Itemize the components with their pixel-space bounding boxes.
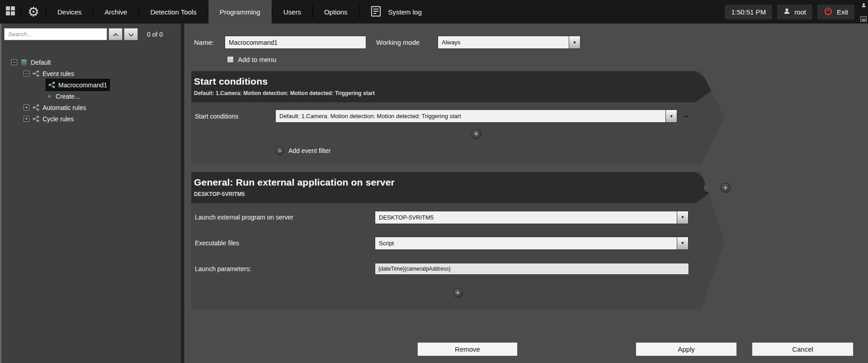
start-condition-row: Start conditions Default: 1.Camera: Moti… [195,110,725,123]
corner-icons [860,0,867,24]
add-icon: + [46,92,52,100]
add-event-filter-label: Add event filter [288,147,330,154]
power-icon [824,7,833,17]
minus-icon: − [684,111,689,121]
launch-parameters-input[interactable] [375,263,689,275]
settings-button[interactable]: ⚙ [21,0,46,24]
tab-detection-tools[interactable]: Detection Tools [139,0,208,24]
name-row: Name: Working mode Always ▼ [191,36,868,49]
add-sub-action-button[interactable]: + [453,288,463,298]
plus-icon: + [278,148,282,154]
section-title: General: Run external application on ser… [194,177,717,188]
plus-icon: + [474,130,478,138]
chevron-down-icon: ▼ [681,215,685,220]
executable-select: Script ▼ [375,237,689,250]
executable-value[interactable]: Script [375,237,677,250]
object-tree-panel: 0 of 0 − Default − Event rules [0,24,181,363]
server-value[interactable]: DESKTOP-5VRITM5 [375,211,677,224]
executable-dropdown-button[interactable]: ▼ [677,237,689,250]
plus-icon: + [723,184,727,191]
section-subtitle: Default: 1.Camera: Motion detection: Mot… [194,90,717,96]
start-condition-dropdown-button[interactable]: ▼ [665,110,677,123]
remove-button[interactable]: Remove [417,342,518,356]
search-input[interactable] [4,28,107,40]
section-subtitle: DESKTOP-5VRITM5 [194,191,717,197]
macro-icon [48,81,55,88]
chevron-down-icon: ▼ [573,40,577,45]
exit-button[interactable]: Exit [817,5,854,19]
clock-text: 1:50:51 PM [731,8,766,16]
plus-icon: + [456,289,460,296]
server-label: Launch external program on server [195,214,375,221]
working-mode-value[interactable]: Always [438,36,569,49]
tab-devices[interactable]: Devices [46,0,93,24]
gear-icon: ⚙ [28,4,39,19]
username: root [794,8,806,16]
start-conditions-section: Start conditions Default: 1.Camera: Moti… [191,71,725,164]
start-condition-value[interactable]: Default: 1.Camera: Motion detection: Mot… [275,110,665,123]
start-condition-select: Default: 1.Camera: Motion detection: Mot… [275,110,677,123]
add-to-menu-label: Add to menu [238,56,276,63]
tree-item-label: Automatic rules [42,104,86,111]
object-tree: − Default − Event rules [1,57,181,124]
chevron-down-icon: ▼ [681,241,685,245]
add-action-button[interactable]: + [721,183,731,193]
panel-divider[interactable] [181,24,185,363]
tab-archive[interactable]: Archive [93,0,138,24]
tree-item-label: Macrocommand1 [58,81,107,89]
server-dropdown-button[interactable]: ▼ [677,211,689,224]
topbar-right-group: 1:50:51 PM root Exit [725,0,868,24]
plus-circle-icon: + [275,146,284,155]
tree-item-label: Event rules [42,70,74,77]
tree-item-label: Cycle rules [42,115,74,123]
name-input[interactable] [225,36,366,49]
tree-item-create[interactable]: + Create... [46,91,80,102]
clock: 1:50:51 PM [725,5,772,19]
tree-search-row: 0 of 0 [1,24,181,40]
add-event-filter-button[interactable]: + Add event filter [275,146,725,155]
add-to-menu-row: Add to menu [227,56,868,63]
tree-item-cycle-rules[interactable]: + Cycle rules [24,113,74,124]
add-condition-button[interactable]: + [472,129,481,139]
cancel-button[interactable]: Cancel [752,342,854,356]
add-sub-action-row: + [191,288,725,298]
search-next-button[interactable] [124,28,138,40]
tab-programming[interactable]: Programming [208,0,272,24]
expander-icon[interactable]: − [24,71,29,76]
remove-action-button[interactable]: × [703,183,713,193]
system-log-icon [370,5,382,19]
remove-condition-button[interactable]: − [684,111,689,121]
tree-item-default[interactable]: − Default [11,57,51,68]
top-bar: ⚙ Devices Archive Detection Tools Progra… [0,0,868,24]
working-mode-dropdown-button[interactable]: ▼ [569,36,580,49]
executable-row: Executable files Script ▼ [195,236,725,250]
add-condition-row: + [275,129,677,139]
user-presence-icon [861,1,866,10]
tree-item-event-rules[interactable]: − Event rules [24,68,74,79]
working-mode-label: Working mode [376,38,438,46]
layout-grid-button[interactable] [0,0,21,24]
server-select: DESKTOP-5VRITM5 ▼ [375,211,689,224]
apply-button[interactable]: Apply [636,342,737,356]
add-to-menu-checkbox[interactable] [227,56,234,63]
system-log-button[interactable]: System log [359,0,433,24]
user-icon [783,8,790,16]
action-section-wrap: General: Run external application on ser… [191,172,725,310]
search-match-counter: 0 of 0 [147,31,163,38]
expander-icon[interactable]: − [11,59,17,65]
tab-users[interactable]: Users [272,0,312,24]
start-conditions-label: Start conditions [195,113,275,120]
rule-icon [33,104,39,111]
minimize-icon[interactable] [860,16,867,22]
close-icon: × [706,184,710,191]
tree-item-automatic-rules[interactable]: + Automatic rules [24,102,86,113]
search-prev-button[interactable] [108,28,123,40]
tab-options[interactable]: Options [313,0,359,24]
executable-label: Executable files [195,239,375,247]
expander-icon[interactable]: + [24,116,29,122]
expander-icon[interactable]: + [24,105,29,110]
name-label: Name: [191,38,225,46]
tree-item-macrocommand1[interactable]: Macrocommand1 [46,79,109,91]
user-button[interactable]: root [777,5,812,19]
tree-item-label: Default [31,59,51,66]
